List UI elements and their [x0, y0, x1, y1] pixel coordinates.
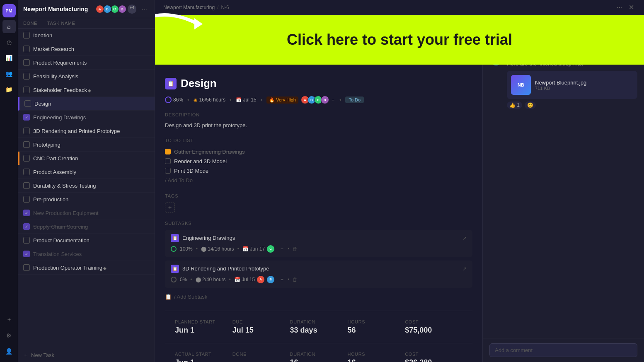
todo-item: Render and 3D Model: [165, 157, 472, 166]
hours-label: HOURS: [347, 319, 405, 324]
task-list-item[interactable]: Ideation: [18, 29, 155, 42]
task-checkbox[interactable]: [23, 251, 30, 257]
task-name-label: New Production Equipment: [33, 210, 150, 216]
close-panel-button[interactable]: ✕: [627, 2, 636, 13]
task-checkbox[interactable]: [23, 46, 30, 52]
task-checkbox[interactable]: [23, 87, 30, 93]
task-list-item[interactable]: Product Assembly: [18, 165, 155, 179]
planned-stats-row: PLANNED START Jun 1 DUE Jul 15 DURATION …: [165, 311, 472, 343]
todo-checkbox-1[interactable]: [165, 149, 171, 154]
task-list-item[interactable]: Market Research: [18, 42, 155, 56]
task-list-item[interactable]: Translation Services: [18, 247, 155, 261]
task-checkbox[interactable]: [23, 32, 30, 39]
task-checkbox[interactable]: [23, 237, 30, 244]
task-list-item[interactable]: 3D Rendering and Printed Prototype: [18, 124, 155, 138]
add-task-row[interactable]: ＋ New Task: [18, 348, 155, 362]
add-reaction-button[interactable]: 😊: [525, 101, 536, 109]
todo-item: Print 3D Model: [165, 166, 472, 176]
chart-icon[interactable]: 📊: [2, 51, 16, 65]
task-name-label: Product Documentation: [33, 237, 150, 244]
todo-checkbox-3[interactable]: [165, 168, 171, 174]
task-name-label: Market Research: [33, 46, 150, 52]
progress-pct: 86%: [173, 97, 183, 103]
task-checkbox[interactable]: [23, 59, 30, 66]
task-checkbox[interactable]: [23, 155, 30, 162]
task-checkbox[interactable]: [23, 141, 30, 148]
todo-text-3: Print 3D Model: [174, 168, 210, 174]
todo-label: TO DO LIST: [165, 138, 472, 143]
subtask-open-button-1[interactable]: ↗: [462, 235, 467, 241]
task-list-item[interactable]: Prototyping: [18, 138, 155, 152]
task-list-item[interactable]: New Production Equipment: [18, 206, 155, 220]
subtask-hours-1: ⬤ 14/16 hours: [201, 246, 234, 252]
home-icon[interactable]: ⌂: [2, 20, 16, 33]
task-list-item[interactable]: CNC Part Creation: [18, 152, 155, 165]
todo-text-2: Render and 3D Model: [174, 158, 227, 164]
hours-value: 56: [347, 326, 405, 335]
calendar-icon: 📅: [236, 97, 242, 103]
subtask-delete-1[interactable]: 🗑: [293, 246, 298, 252]
comment-input[interactable]: [489, 343, 637, 357]
folder-icon[interactable]: 📁: [2, 83, 16, 96]
task-checkbox[interactable]: [23, 114, 30, 121]
task-list-item[interactable]: Design: [18, 97, 155, 111]
task-checkbox[interactable]: [23, 196, 30, 203]
hours-icon: ◉: [194, 97, 198, 103]
clock-icon[interactable]: ◷: [2, 36, 16, 49]
users-icon[interactable]: 👥: [2, 67, 16, 80]
add-project-icon[interactable]: ＋: [2, 313, 16, 326]
task-list-item[interactable]: Production Operator Training◆: [18, 261, 155, 275]
add-subtask-row[interactable]: 📋 / Add Subtask: [165, 291, 472, 302]
thumbsup-reaction[interactable]: 👍 1: [507, 101, 522, 109]
cta-banner[interactable]: Click here to start your free trial: [155, 15, 644, 65]
task-checkbox[interactable]: [23, 128, 30, 134]
subtask-delete-2[interactable]: 🗑: [293, 277, 298, 282]
due-date: Jul 15: [243, 97, 257, 103]
task-name-label: Durability & Stress Testing: [33, 183, 150, 189]
add-todo-row[interactable]: / Add To Do: [165, 176, 472, 185]
subtask-due-1: 📅 Jun 17: [242, 246, 265, 252]
subtask-add-assignee-2[interactable]: ＋: [280, 276, 284, 282]
task-checkbox[interactable]: [23, 73, 30, 80]
task-checkbox[interactable]: [23, 210, 30, 216]
task-checkbox[interactable]: [23, 264, 30, 271]
task-list-item[interactable]: Product Requirements: [18, 56, 155, 70]
todo-checkbox-2[interactable]: [165, 158, 171, 164]
settings-icon[interactable]: ⚙: [2, 329, 16, 342]
progress-circle: [165, 97, 172, 103]
task-list-item[interactable]: Stakeholder Feedback◆: [18, 83, 155, 97]
task-checkbox[interactable]: [24, 100, 31, 107]
task-list-item[interactable]: Engineering Drawings: [18, 111, 155, 124]
task-name-label: Product Assembly: [33, 169, 150, 175]
task-list-item[interactable]: Durability & Stress Testing: [18, 179, 155, 193]
add-subtask-label: / Add Subtask: [174, 294, 207, 300]
task-list-item[interactable]: Product Documentation: [18, 234, 155, 247]
done-cell: DONE: [232, 350, 290, 362]
duration-label: DURATION: [290, 319, 348, 324]
task-list-item[interactable]: Supply Chain Sourcing: [18, 220, 155, 234]
subtask-add-assignee[interactable]: ＋: [280, 246, 284, 252]
task-list-item[interactable]: Pre-production: [18, 193, 155, 206]
task-name-label: Feasibility Analysis: [33, 73, 150, 80]
subtask-open-button-2[interactable]: ↗: [462, 266, 467, 272]
task-title: Design: [181, 77, 217, 90]
detail-more-button[interactable]: ⋯: [615, 2, 625, 13]
user-profile-icon[interactable]: 👤: [2, 345, 16, 358]
breadcrumb-task-id: N-6: [221, 5, 229, 10]
subtasks-section: SUBTASKS 📋 Engineering Drawings ↗ 100% •…: [165, 221, 472, 302]
description-label: DESCRIPTION: [165, 112, 472, 117]
subtask-item-1: 📋 Engineering Drawings ↗ 100% • ⬤ 14/16 …: [165, 230, 472, 257]
task-name-label: Engineering Drawings: [33, 114, 150, 121]
cta-text[interactable]: Click here to start your free trial: [287, 31, 512, 48]
task-list-item[interactable]: Feasibility Analysis: [18, 70, 155, 83]
task-checkbox[interactable]: [23, 169, 30, 175]
add-assignee-button[interactable]: ＋: [331, 97, 335, 103]
task-checkbox[interactable]: [23, 223, 30, 230]
app-logo[interactable]: PM: [2, 4, 16, 17]
task-checkbox[interactable]: [23, 182, 30, 189]
add-tag-button[interactable]: ＋: [165, 203, 175, 212]
priority-icon: 🔥: [269, 97, 275, 103]
priority-label: Very High: [276, 97, 296, 102]
add-task-label: New Task: [31, 352, 54, 358]
more-options-button[interactable]: ⋯: [140, 3, 150, 14]
